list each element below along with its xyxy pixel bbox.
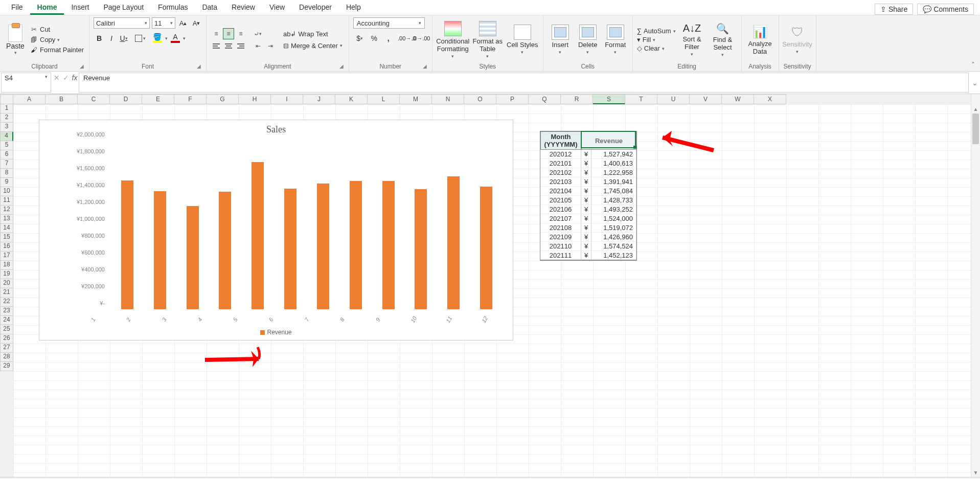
cell-currency[interactable]: ¥ — [581, 168, 591, 177]
autosum-button[interactable]: ∑AutoSum▾ — [637, 27, 676, 35]
row-header[interactable]: 3 — [0, 123, 13, 132]
cell-currency[interactable]: ¥ — [581, 150, 591, 159]
table-row[interactable]: 202102¥1,222,958 — [540, 168, 636, 177]
cell-styles-button[interactable]: Cell Styles▾ — [506, 25, 539, 55]
chart-bar[interactable] — [480, 187, 492, 309]
table-row[interactable]: 202109¥1,426,960 — [540, 233, 636, 242]
table-row[interactable]: 202111¥1,452,123 — [540, 251, 636, 260]
select-all-button[interactable] — [0, 94, 13, 104]
cell-currency[interactable]: ¥ — [581, 205, 591, 214]
paste-button[interactable]: Paste ▾ — [4, 25, 27, 55]
dialog-launcher-icon[interactable]: ◢ — [423, 63, 427, 69]
decrease-font-button[interactable]: A▾ — [191, 17, 202, 29]
row-header[interactable]: 8 — [0, 169, 13, 178]
tab-file[interactable]: File — [4, 1, 30, 15]
column-header[interactable]: K — [335, 94, 368, 104]
decrease-indent-button[interactable]: ⇤ — [253, 40, 264, 52]
row-header[interactable]: 10 — [0, 187, 13, 196]
row-header[interactable]: 29 — [0, 362, 13, 371]
copy-button[interactable]: Copy▾ — [29, 35, 85, 44]
chart-bar[interactable] — [252, 162, 264, 309]
vertical-scrollbar[interactable]: ▲ ▼ — [971, 104, 980, 477]
cell-currency[interactable]: ¥ — [581, 159, 591, 168]
cell-revenue[interactable]: 1,391,941 — [591, 177, 636, 187]
cancel-icon[interactable]: ✕ — [54, 74, 60, 82]
align-center-button[interactable] — [223, 40, 234, 52]
italic-button[interactable]: I — [106, 33, 117, 44]
row-header[interactable]: 27 — [0, 344, 13, 353]
cut-button[interactable]: Cut — [29, 25, 85, 34]
row-header[interactable]: 11 — [0, 196, 13, 206]
cell-currency[interactable]: ¥ — [581, 233, 591, 242]
borders-button[interactable]: ▾ — [134, 33, 146, 44]
cell-month[interactable]: 202104 — [540, 187, 581, 196]
cell-month[interactable]: 202109 — [540, 233, 581, 242]
merge-center-button[interactable]: ⊟Merge & Center▾ — [281, 41, 345, 50]
cell-revenue[interactable]: 1,493,252 — [591, 205, 636, 214]
collapse-ribbon-button[interactable]: ˄ — [966, 59, 980, 71]
tab-home[interactable]: Home — [30, 1, 64, 15]
expand-formula-bar-button[interactable]: ⌄ — [970, 72, 980, 94]
wrap-text-button[interactable]: ab↲Wrap Text — [281, 30, 345, 38]
column-header[interactable]: E — [142, 94, 174, 104]
cell-revenue[interactable]: 1,519,072 — [591, 223, 636, 233]
cell-revenue[interactable]: 1,527,942 — [591, 150, 636, 159]
align-middle-button[interactable]: ≡ — [223, 28, 234, 39]
percent-format-button[interactable]: % — [368, 33, 381, 44]
align-left-button[interactable] — [211, 40, 222, 52]
cell-currency[interactable]: ¥ — [581, 214, 591, 223]
column-header[interactable]: L — [368, 94, 400, 104]
cell-revenue[interactable]: 1,452,123 — [591, 251, 636, 260]
row-header[interactable]: 7 — [0, 159, 13, 169]
delete-cells-button[interactable]: Delete▾ — [575, 25, 601, 55]
cell-currency[interactable]: ¥ — [581, 223, 591, 233]
row-header[interactable]: 20 — [0, 279, 13, 288]
column-header[interactable]: J — [303, 94, 335, 104]
column-header[interactable]: R — [561, 94, 593, 104]
cell-month[interactable]: 202107 — [540, 214, 581, 223]
analyze-data-button[interactable]: 📊Analyze Data — [746, 25, 774, 55]
column-header[interactable]: V — [690, 94, 722, 104]
chart-bar[interactable] — [121, 180, 133, 309]
find-select-button[interactable]: 🔍Find & Select▾ — [709, 22, 737, 57]
tab-data[interactable]: Data — [195, 1, 224, 15]
row-header[interactable]: 22 — [0, 298, 13, 307]
column-header[interactable]: I — [271, 94, 303, 104]
cell-revenue[interactable]: 1,400,613 — [591, 159, 636, 168]
underline-button[interactable]: U▾ — [118, 33, 129, 44]
comments-button[interactable]: 💬Comments — [917, 4, 974, 15]
chart-bar[interactable] — [284, 189, 297, 309]
column-header[interactable]: X — [754, 94, 786, 104]
row-header[interactable]: 25 — [0, 325, 13, 334]
format-painter-button[interactable]: Format Painter — [29, 45, 85, 55]
column-header[interactable]: T — [625, 94, 657, 104]
column-header[interactable]: N — [432, 94, 464, 104]
cell-revenue[interactable]: 1,745,084 — [591, 187, 636, 196]
table-row[interactable]: 202012¥1,527,942 — [540, 150, 636, 159]
row-header[interactable]: 19 — [0, 270, 13, 279]
column-header[interactable]: H — [239, 94, 271, 104]
cell-currency[interactable]: ¥ — [581, 177, 591, 187]
column-header[interactable]: S — [593, 94, 625, 104]
dialog-launcher-icon[interactable]: ◢ — [80, 63, 84, 69]
table-row[interactable]: 202103¥1,391,941 — [540, 177, 636, 187]
table-row[interactable]: 202101¥1,400,613 — [540, 159, 636, 168]
dialog-launcher-icon[interactable]: ◢ — [197, 63, 201, 69]
cell-currency[interactable]: ¥ — [581, 242, 591, 251]
chart-bar[interactable] — [447, 176, 460, 309]
cell-month[interactable]: 202106 — [540, 205, 581, 214]
orientation-button[interactable]: ⤾▾ — [253, 28, 264, 39]
font-size-select[interactable]: 11▾ — [152, 17, 175, 29]
row-header[interactable]: 2 — [0, 113, 13, 123]
align-top-button[interactable]: ≡ — [211, 28, 222, 39]
row-header[interactable]: 12 — [0, 206, 13, 215]
cell-revenue[interactable]: 1,426,960 — [591, 233, 636, 242]
sort-filter-button[interactable]: A↓ZSort & Filter▾ — [678, 22, 706, 57]
sales-chart[interactable]: Sales ¥-¥200,000¥400,000¥600,000¥800,000… — [39, 120, 513, 340]
align-bottom-button[interactable]: ≡ — [235, 28, 246, 39]
table-row[interactable]: 202104¥1,745,084 — [540, 187, 636, 196]
chart-bar[interactable] — [350, 181, 362, 309]
tab-review[interactable]: Review — [224, 1, 262, 15]
column-header[interactable]: Q — [529, 94, 561, 104]
cell-month[interactable]: 202111 — [540, 251, 581, 260]
